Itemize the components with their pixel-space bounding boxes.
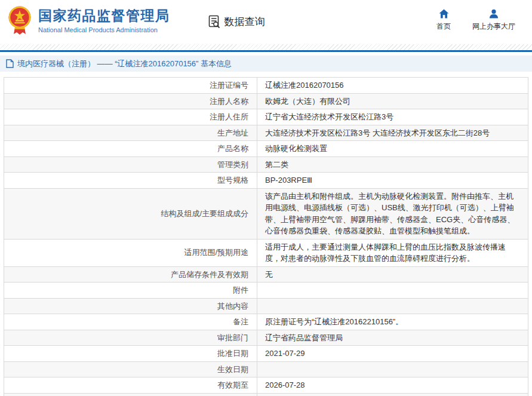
row-label: 型号规格	[4, 173, 257, 189]
table-row: 管理类别第二类	[4, 156, 528, 173]
table-row: 批准日期2021-07-29	[4, 346, 528, 362]
row-label-text: 型号规格	[217, 176, 248, 185]
row-label: 注册证编号	[4, 78, 257, 94]
row-label: 有效期至	[4, 377, 257, 394]
row-label-text: 生效日期	[217, 365, 248, 374]
row-label: 注册人住所	[4, 109, 257, 125]
row-value: 辽宁省大连经济技术开发区松江路3号	[257, 109, 528, 125]
document-icon	[6, 59, 14, 68]
row-label-text: 备注	[233, 317, 248, 326]
nav-home[interactable]: 首页	[436, 9, 451, 32]
table-row: 结构及组成/主要组成成分该产品由主机和附件组成。主机为动脉硬化检测装置。附件由推…	[4, 188, 528, 239]
row-label-text: 生产地址	[217, 128, 248, 137]
org-names: 国家药品监督管理局 National Medical Products Admi…	[38, 8, 170, 33]
table-row: 产品名称动脉硬化检测装置	[4, 141, 528, 157]
row-label: 产品名称	[4, 141, 257, 157]
table-row: 注册证编号辽械注准20162070156	[4, 78, 528, 94]
row-label-text: 结构及组成/主要组成成分	[161, 209, 248, 218]
table-row: 注册人住所辽宁省大连经济技术开发区松江路3号	[4, 109, 528, 125]
registration-info-table-wrap: 注册证编号辽械注准20162070156注册人名称欧姆龙（大连）有限公司注册人住…	[4, 77, 528, 396]
row-value: 动脉硬化检测装置	[257, 141, 528, 157]
home-icon	[439, 9, 449, 19]
data-query-label: 数据查询	[225, 15, 265, 29]
org-name-zh: 国家药品监督管理局	[38, 8, 170, 24]
row-label-text: 批准日期	[217, 349, 248, 358]
row-value	[257, 283, 528, 299]
nav-service-hall-label: 网上办事大厅	[472, 22, 515, 32]
row-value: 无	[257, 266, 528, 283]
table-row: 型号规格BP-203RPEⅢ	[4, 173, 528, 189]
header-nav: 首页 网上办事大厅	[436, 9, 515, 32]
row-value: 第二类	[257, 156, 528, 173]
site-header: 国家药品监督管理局 National Medical Products Admi…	[0, 0, 532, 44]
nmpa-logo[interactable]: 国家药品监督管理局 National Medical Products Admi…	[7, 5, 170, 38]
row-label: 生产地址	[4, 125, 257, 141]
row-label: 变更情况	[4, 393, 257, 396]
row-label: 产品储存条件及有效期	[4, 266, 257, 283]
row-label: 生效日期	[4, 361, 257, 377]
table-row: 生产地址大连经济技术开发区松江路3号 大连经济技术开发区东北二街28号	[4, 125, 528, 141]
table-row: 注册人名称欧姆龙（大连）有限公司	[4, 93, 528, 109]
row-value: 辽宁省药品监督管理局	[257, 330, 528, 346]
row-value: 大连经济技术开发区松江路3号 大连经济技术开发区东北二街28号	[257, 125, 528, 141]
table-row: 生效日期	[4, 361, 528, 377]
registration-info-table: 注册证编号辽械注准20162070156注册人名称欧姆龙（大连）有限公司注册人住…	[4, 77, 528, 396]
row-value: 2026-07-28	[257, 377, 528, 394]
row-label-text: 产品储存条件及有效期	[171, 270, 248, 279]
table-row: 附件	[4, 283, 528, 299]
org-name-en: National Medical Products Administration	[38, 26, 170, 33]
table-row: 变更情况	[4, 393, 528, 396]
row-value: 该产品由主机和附件组成。主机为动脉硬化检测装置。附件由推车、主机用电源线、电源插…	[257, 188, 528, 239]
data-query-tab[interactable]: 数据查询	[207, 14, 265, 29]
row-label: 其他内容	[4, 298, 257, 314]
table-row: 适用范围/预期用途适用于成人，主要通过测量人体脚踝和上臂的血压比指数及脉波传播速…	[4, 239, 528, 266]
national-emblem-icon	[7, 5, 32, 38]
row-value: 辽械注准20162070156	[257, 78, 528, 94]
table-row: 审批部门辽宁省药品监督管理局	[4, 330, 528, 346]
row-label: 备注	[4, 314, 257, 330]
breadcrumb-text: 境内医疗器械（注册） —— “辽械注准20162070156” 基本信息	[17, 59, 232, 69]
row-label-text: 其他内容	[217, 302, 248, 311]
blue-divider	[0, 50, 532, 52]
nav-home-label: 首页	[436, 22, 451, 32]
row-label-text: 审批部门	[217, 333, 248, 342]
row-label-text: 注册人住所	[210, 112, 248, 121]
table-row: 产品储存条件及有效期无	[4, 266, 528, 283]
table-row: 其他内容	[4, 298, 528, 314]
row-value: BP-203RPEⅢ	[257, 173, 528, 189]
row-label-text: 注册证编号	[210, 81, 248, 90]
hatch-divider	[0, 44, 532, 50]
table-row: 有效期至2026-07-28	[4, 377, 528, 394]
data-query-icon	[207, 14, 222, 29]
row-label: 适用范围/预期用途	[4, 239, 257, 266]
row-label: 管理类别	[4, 156, 257, 173]
table-row: 备注原注册证号为“辽械注准20162210156”。	[4, 314, 528, 330]
row-label-text: 有效期至	[217, 380, 248, 389]
row-label-text: 注册人名称	[210, 97, 248, 106]
row-label: 结构及组成/主要组成成分	[4, 188, 257, 239]
row-label: 批准日期	[4, 346, 257, 362]
row-value: 原注册证号为“辽械注准20162210156”。	[257, 314, 528, 330]
row-label-text: 管理类别	[217, 160, 248, 169]
row-value	[257, 393, 528, 396]
row-label: 审批部门	[4, 330, 257, 346]
user-icon	[489, 9, 499, 19]
row-label-text: 产品名称	[217, 144, 248, 153]
nav-service-hall[interactable]: 网上办事大厅	[472, 9, 515, 32]
row-label-text: 附件	[233, 286, 248, 294]
row-value	[257, 298, 528, 314]
info-table-body: 注册证编号辽械注准20162070156注册人名称欧姆龙（大连）有限公司注册人住…	[4, 78, 528, 396]
row-value: 适用于成人，主要通过测量人体脚踝和上臂的血压比指数及脉波传播速度，对患者的动脉弹…	[257, 239, 528, 266]
row-value: 2021-07-29	[257, 346, 528, 362]
row-label: 附件	[4, 283, 257, 299]
row-value: 欧姆龙（大连）有限公司	[257, 93, 528, 109]
row-value	[257, 361, 528, 377]
breadcrumb: 境内医疗器械（注册） —— “辽械注准20162070156” 基本信息	[0, 56, 532, 72]
row-label-text: 适用范围/预期用途	[184, 248, 248, 257]
row-label: 注册人名称	[4, 93, 257, 109]
